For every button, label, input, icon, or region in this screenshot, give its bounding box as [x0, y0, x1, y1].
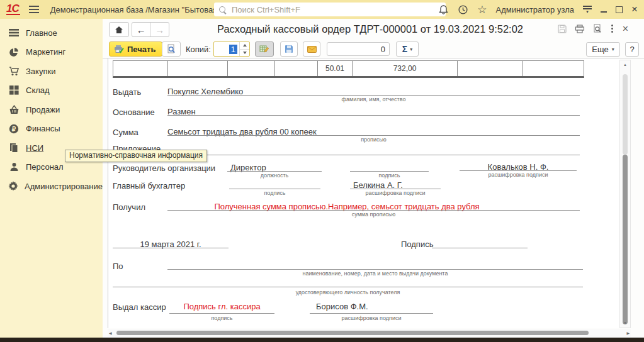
spin-up-icon[interactable] — [240, 42, 249, 49]
table-pencil-icon — [259, 45, 269, 53]
vertical-scrollbar[interactable]: ▲ ▼ — [619, 60, 631, 328]
signature-line — [350, 171, 429, 172]
sidebar-item-prodazhi[interactable]: Продажи — [0, 100, 103, 119]
search-input[interactable] — [230, 4, 434, 15]
table-cell — [275, 61, 318, 76]
spinner-arrows — [239, 42, 249, 56]
preview-button[interactable] — [162, 41, 181, 57]
field-label-poluchil: Получил — [113, 202, 145, 212]
sigma-icon: Σ — [402, 44, 407, 54]
field-caption: подпись — [229, 190, 320, 196]
preview-icon[interactable] — [593, 24, 602, 33]
scroll-thumb[interactable] — [116, 331, 589, 335]
field-hint-kassir-podpis: Подпись гл. кассира — [169, 302, 274, 311]
favorites-star-icon[interactable]: ☆ — [477, 3, 487, 16]
back-icon: ← — [137, 25, 146, 35]
field-line — [167, 210, 580, 211]
accounts-table: 50.01 732,00 — [113, 60, 584, 78]
home-icon — [115, 26, 123, 34]
field-caption: наименование, номер, дата и место выдачи… — [167, 270, 583, 277]
basket-icon — [8, 104, 20, 115]
spin-down-icon[interactable] — [240, 49, 249, 57]
forward-button[interactable]: → — [151, 23, 169, 36]
table-cell — [458, 61, 523, 76]
minimize-icon[interactable] — [601, 11, 607, 13]
field-caption: подпись — [169, 315, 274, 321]
field-value-kassir-name: Борисов Ф.М. — [316, 302, 368, 311]
print-icon[interactable] — [575, 25, 585, 33]
database-title: Демонстрационная база /Магазин "Бытовая … — [50, 5, 240, 14]
scroll-right-icon[interactable]: ▶ — [626, 331, 630, 335]
copies-value[interactable]: 1 — [214, 42, 239, 56]
horizontal-scrollbar[interactable]: ◀ ▶ — [108, 329, 631, 337]
field-caption: расшифровка подписи — [310, 315, 433, 321]
gear-icon — [8, 180, 18, 192]
history-icon[interactable] — [458, 4, 468, 15]
print-preview-area: 50.01 732,00 Выдать Покуляс Хелембико фа… — [103, 58, 644, 338]
preview-doc-icon — [167, 44, 176, 54]
copies-spinner[interactable]: 1 — [213, 41, 250, 57]
global-search[interactable] — [214, 3, 446, 16]
form-window: ← → Расходный кассовый ордер ТДРТ-000001… — [103, 19, 644, 338]
field-label-po: По — [113, 262, 123, 271]
signature-line — [227, 171, 322, 172]
scroll-thumb[interactable] — [623, 155, 628, 324]
printer-check-icon — [114, 45, 124, 54]
sidebar-item-administrirovanie[interactable]: Администрирование — [0, 177, 103, 196]
current-user-label[interactable]: Администратор узла — [496, 5, 575, 14]
cart-icon — [8, 65, 20, 77]
scroll-track[interactable] — [623, 74, 628, 155]
notifications-bell-icon[interactable] — [438, 4, 449, 15]
field-line — [167, 155, 580, 155]
close-window-icon[interactable]: × — [623, 25, 628, 33]
table-cell — [113, 61, 168, 76]
signature-line — [460, 170, 577, 171]
service-menu-icon[interactable]: ▾ — [583, 6, 592, 13]
field-label-vydat: Выдать — [113, 87, 141, 97]
scroll-down-icon[interactable]: ▼ — [623, 321, 627, 325]
nsi-tooltip: Нормативно-справочная информация — [65, 150, 207, 162]
save-icon-disabled[interactable] — [558, 25, 567, 33]
ruble-circle-icon: ₽ — [8, 123, 20, 135]
table-cell — [523, 61, 584, 76]
field-label-summa: Сумма — [113, 128, 138, 137]
cash-order-document: 50.01 732,00 Выдать Покуляс Хелембико фа… — [108, 58, 620, 328]
sidebar-item-zakupki[interactable]: Закупки — [0, 62, 103, 81]
main-menu-icon[interactable] — [29, 6, 39, 13]
svg-text:₽: ₽ — [12, 125, 16, 132]
kebab-menu-icon[interactable] — [610, 25, 614, 33]
field-line — [167, 115, 580, 116]
maximize-icon[interactable] — [616, 6, 623, 13]
field-label-glavbuh: Главный бухгалтер — [113, 181, 185, 190]
signature-line — [350, 189, 441, 189]
field-line — [167, 135, 580, 136]
more-button[interactable]: Еще ▾ — [586, 42, 620, 57]
counter-field[interactable]: 0 — [327, 42, 390, 56]
table-cell-amount: 732,00 — [353, 61, 458, 76]
help-button[interactable]: ? — [625, 42, 639, 57]
close-app-icon[interactable]: × — [631, 4, 638, 14]
scroll-up-icon[interactable]: ▲ — [623, 63, 627, 67]
topbar-right-cluster: ☆ Администратор узла ▾ × — [438, 0, 638, 19]
table-cell — [228, 61, 275, 76]
edit-layout-button[interactable] — [255, 41, 274, 57]
envelope-icon — [307, 46, 317, 53]
sidebar-item-finansy[interactable]: ₽ Финансы — [0, 119, 103, 139]
field-caption: должность — [227, 172, 322, 179]
field-caption: удостоверяющего личность получателя — [113, 289, 583, 295]
email-button[interactable] — [303, 41, 320, 57]
print-button[interactable]: Печать — [109, 41, 162, 57]
field-label-podpis: Подпись — [401, 240, 433, 249]
home-button[interactable] — [109, 22, 129, 37]
field-line — [113, 248, 229, 248]
scroll-left-icon[interactable]: ◀ — [109, 331, 112, 335]
signature-line — [432, 248, 528, 248]
chevron-down-icon: ▾ — [612, 47, 614, 52]
save-button[interactable] — [280, 41, 298, 57]
back-button[interactable]: ← — [132, 23, 151, 36]
sidebar-item-glavnoe[interactable]: Главное — [0, 23, 103, 43]
sidebar-item-marketing[interactable]: Маркетинг — [0, 43, 103, 62]
taskbar-edge — [0, 338, 644, 342]
sum-button[interactable]: Σ ▾ — [396, 41, 419, 57]
sidebar-item-sklad[interactable]: Склад — [0, 81, 103, 101]
